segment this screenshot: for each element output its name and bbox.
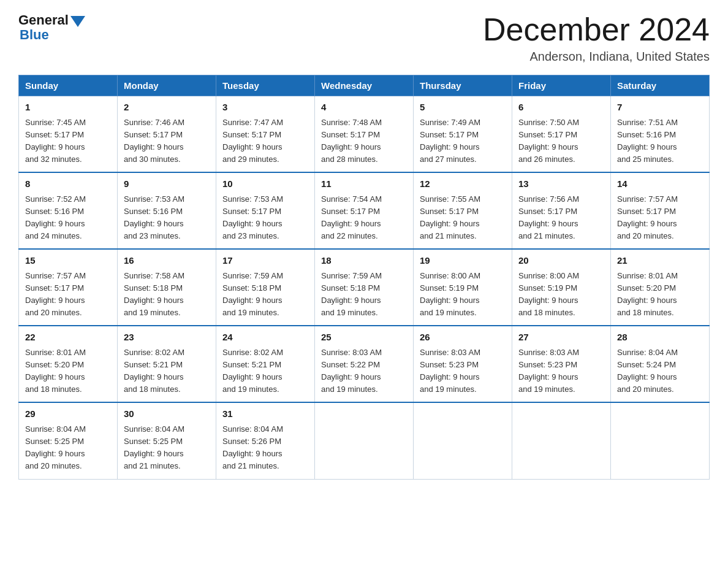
day-info: Sunrise: 8:03 AMSunset: 5:23 PMDaylight:… bbox=[518, 347, 604, 396]
page-header: General Blue December 2024 Anderson, Ind… bbox=[18, 12, 710, 64]
calendar-cell: 14Sunrise: 7:57 AMSunset: 5:17 PMDayligh… bbox=[611, 172, 710, 249]
calendar-cell bbox=[414, 402, 512, 479]
header-wednesday: Wednesday bbox=[315, 75, 414, 96]
day-info: Sunrise: 7:54 AMSunset: 5:17 PMDaylight:… bbox=[321, 193, 407, 243]
calendar-cell: 27Sunrise: 8:03 AMSunset: 5:23 PMDayligh… bbox=[512, 326, 611, 402]
calendar-cell bbox=[315, 402, 414, 479]
day-number: 31 bbox=[222, 407, 308, 421]
calendar-cell: 13Sunrise: 7:56 AMSunset: 5:17 PMDayligh… bbox=[512, 172, 611, 249]
calendar-week-row: 29Sunrise: 8:04 AMSunset: 5:25 PMDayligh… bbox=[19, 402, 710, 479]
day-number: 26 bbox=[420, 331, 506, 345]
calendar-week-row: 22Sunrise: 8:01 AMSunset: 5:20 PMDayligh… bbox=[19, 326, 710, 402]
calendar-cell bbox=[611, 402, 710, 479]
calendar-cell: 22Sunrise: 8:01 AMSunset: 5:20 PMDayligh… bbox=[19, 326, 118, 402]
logo-blue-text: Blue bbox=[20, 27, 49, 43]
day-info: Sunrise: 8:02 AMSunset: 5:21 PMDaylight:… bbox=[222, 347, 308, 396]
calendar-cell: 25Sunrise: 8:03 AMSunset: 5:22 PMDayligh… bbox=[315, 326, 414, 402]
day-info: Sunrise: 7:57 AMSunset: 5:17 PMDaylight:… bbox=[617, 193, 703, 243]
calendar-week-row: 15Sunrise: 7:57 AMSunset: 5:17 PMDayligh… bbox=[19, 249, 710, 326]
day-info: Sunrise: 8:04 AMSunset: 5:25 PMDaylight:… bbox=[25, 423, 111, 473]
header-tuesday: Tuesday bbox=[216, 75, 315, 96]
calendar-header-row: SundayMondayTuesdayWednesdayThursdayFrid… bbox=[19, 75, 710, 96]
day-info: Sunrise: 8:00 AMSunset: 5:19 PMDaylight:… bbox=[518, 270, 604, 320]
calendar-cell: 17Sunrise: 7:59 AMSunset: 5:18 PMDayligh… bbox=[216, 249, 315, 326]
day-info: Sunrise: 8:00 AMSunset: 5:19 PMDaylight:… bbox=[420, 270, 506, 320]
calendar-cell: 16Sunrise: 7:58 AMSunset: 5:18 PMDayligh… bbox=[118, 249, 216, 326]
day-info: Sunrise: 7:53 AMSunset: 5:16 PMDaylight:… bbox=[124, 193, 210, 243]
logo-arrow-icon bbox=[70, 16, 85, 27]
calendar-cell: 1Sunrise: 7:45 AMSunset: 5:17 PMDaylight… bbox=[19, 96, 118, 173]
day-number: 24 bbox=[222, 331, 308, 345]
calendar-cell: 29Sunrise: 8:04 AMSunset: 5:25 PMDayligh… bbox=[19, 402, 118, 479]
day-number: 25 bbox=[321, 331, 407, 345]
calendar-cell: 3Sunrise: 7:47 AMSunset: 5:17 PMDaylight… bbox=[216, 96, 315, 173]
day-info: Sunrise: 7:52 AMSunset: 5:16 PMDaylight:… bbox=[25, 193, 111, 243]
day-info: Sunrise: 7:57 AMSunset: 5:17 PMDaylight:… bbox=[25, 270, 111, 320]
day-info: Sunrise: 8:03 AMSunset: 5:23 PMDaylight:… bbox=[420, 347, 506, 396]
day-info: Sunrise: 7:53 AMSunset: 5:17 PMDaylight:… bbox=[222, 193, 308, 243]
calendar-cell: 9Sunrise: 7:53 AMSunset: 5:16 PMDaylight… bbox=[118, 172, 216, 249]
day-info: Sunrise: 7:49 AMSunset: 5:17 PMDaylight:… bbox=[420, 117, 506, 166]
day-number: 28 bbox=[617, 331, 703, 345]
calendar-cell: 4Sunrise: 7:48 AMSunset: 5:17 PMDaylight… bbox=[315, 96, 414, 173]
day-number: 30 bbox=[124, 407, 210, 421]
day-number: 11 bbox=[321, 177, 407, 191]
header-sunday: Sunday bbox=[19, 75, 118, 96]
calendar-cell: 26Sunrise: 8:03 AMSunset: 5:23 PMDayligh… bbox=[414, 326, 512, 402]
calendar-cell bbox=[512, 402, 611, 479]
day-number: 14 bbox=[617, 177, 703, 191]
day-info: Sunrise: 8:04 AMSunset: 5:25 PMDaylight:… bbox=[124, 423, 210, 473]
day-number: 5 bbox=[420, 101, 506, 115]
header-saturday: Saturday bbox=[611, 75, 710, 96]
calendar-cell: 18Sunrise: 7:59 AMSunset: 5:18 PMDayligh… bbox=[315, 249, 414, 326]
calendar-cell: 21Sunrise: 8:01 AMSunset: 5:20 PMDayligh… bbox=[611, 249, 710, 326]
day-number: 19 bbox=[420, 254, 506, 268]
day-info: Sunrise: 8:01 AMSunset: 5:20 PMDaylight:… bbox=[25, 347, 111, 396]
day-number: 4 bbox=[321, 101, 407, 115]
calendar-cell: 19Sunrise: 8:00 AMSunset: 5:19 PMDayligh… bbox=[414, 249, 512, 326]
calendar-cell: 10Sunrise: 7:53 AMSunset: 5:17 PMDayligh… bbox=[216, 172, 315, 249]
calendar-cell: 2Sunrise: 7:46 AMSunset: 5:17 PMDaylight… bbox=[118, 96, 216, 173]
calendar-cell: 11Sunrise: 7:54 AMSunset: 5:17 PMDayligh… bbox=[315, 172, 414, 249]
day-number: 6 bbox=[518, 101, 604, 115]
day-info: Sunrise: 8:04 AMSunset: 5:26 PMDaylight:… bbox=[222, 423, 308, 473]
day-info: Sunrise: 7:59 AMSunset: 5:18 PMDaylight:… bbox=[222, 270, 308, 320]
day-number: 7 bbox=[617, 101, 703, 115]
location-title: Anderson, Indiana, United States bbox=[483, 50, 710, 64]
day-number: 10 bbox=[222, 177, 308, 191]
day-info: Sunrise: 7:56 AMSunset: 5:17 PMDaylight:… bbox=[518, 193, 604, 243]
logo: General Blue bbox=[18, 12, 85, 43]
day-number: 18 bbox=[321, 254, 407, 268]
header-thursday: Thursday bbox=[414, 75, 512, 96]
calendar-cell: 12Sunrise: 7:55 AMSunset: 5:17 PMDayligh… bbox=[414, 172, 512, 249]
day-info: Sunrise: 7:55 AMSunset: 5:17 PMDaylight:… bbox=[420, 193, 506, 243]
day-number: 1 bbox=[25, 101, 111, 115]
day-info: Sunrise: 8:04 AMSunset: 5:24 PMDaylight:… bbox=[617, 347, 703, 396]
day-number: 17 bbox=[222, 254, 308, 268]
day-number: 3 bbox=[222, 101, 308, 115]
calendar-cell: 24Sunrise: 8:02 AMSunset: 5:21 PMDayligh… bbox=[216, 326, 315, 402]
day-number: 12 bbox=[420, 177, 506, 191]
calendar-table: SundayMondayTuesdayWednesdayThursdayFrid… bbox=[18, 75, 710, 479]
day-info: Sunrise: 8:01 AMSunset: 5:20 PMDaylight:… bbox=[617, 270, 703, 320]
day-number: 23 bbox=[124, 331, 210, 345]
day-number: 29 bbox=[25, 407, 111, 421]
day-info: Sunrise: 7:58 AMSunset: 5:18 PMDaylight:… bbox=[124, 270, 210, 320]
day-info: Sunrise: 7:50 AMSunset: 5:17 PMDaylight:… bbox=[518, 117, 604, 166]
day-info: Sunrise: 7:47 AMSunset: 5:17 PMDaylight:… bbox=[222, 117, 308, 166]
day-number: 13 bbox=[518, 177, 604, 191]
calendar-cell: 20Sunrise: 8:00 AMSunset: 5:19 PMDayligh… bbox=[512, 249, 611, 326]
month-title: December 2024 bbox=[483, 12, 710, 47]
day-number: 2 bbox=[124, 101, 210, 115]
calendar-cell: 28Sunrise: 8:04 AMSunset: 5:24 PMDayligh… bbox=[611, 326, 710, 402]
day-number: 8 bbox=[25, 177, 111, 191]
day-info: Sunrise: 7:51 AMSunset: 5:16 PMDaylight:… bbox=[617, 117, 703, 166]
calendar-cell: 15Sunrise: 7:57 AMSunset: 5:17 PMDayligh… bbox=[19, 249, 118, 326]
calendar-cell: 31Sunrise: 8:04 AMSunset: 5:26 PMDayligh… bbox=[216, 402, 315, 479]
day-info: Sunrise: 7:48 AMSunset: 5:17 PMDaylight:… bbox=[321, 117, 407, 166]
day-info: Sunrise: 7:45 AMSunset: 5:17 PMDaylight:… bbox=[25, 117, 111, 166]
day-number: 21 bbox=[617, 254, 703, 268]
day-number: 9 bbox=[124, 177, 210, 191]
day-info: Sunrise: 8:02 AMSunset: 5:21 PMDaylight:… bbox=[124, 347, 210, 396]
day-number: 15 bbox=[25, 254, 111, 268]
